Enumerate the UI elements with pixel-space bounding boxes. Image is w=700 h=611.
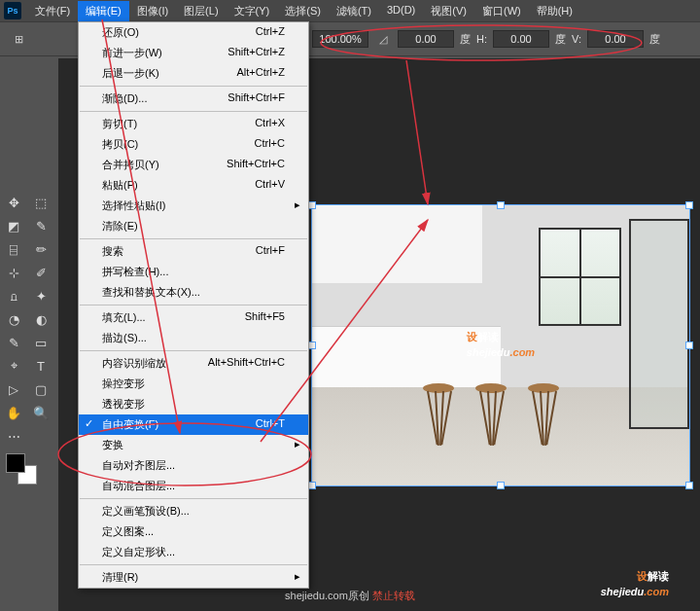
menu-entry-label: 剪切(T) <box>102 117 137 131</box>
footer-note: shejiedu.com原创 禁止转载 <box>285 589 415 603</box>
tool-9-1[interactable]: 🔍 <box>27 401 54 424</box>
menu-entry[interactable]: 定义自定形状... <box>79 542 308 562</box>
menu-entry-label: 定义图案... <box>102 524 154 539</box>
menu-entry[interactable]: 查找和替换文本(X)... <box>79 282 308 303</box>
menu-entry[interactable]: 内容识别缩放Alt+Shift+Ctrl+C <box>79 353 308 374</box>
tool-7-1[interactable]: T <box>27 354 54 377</box>
menu-entry[interactable]: 合并拷贝(Y)Shift+Ctrl+C <box>79 155 308 175</box>
tool-2-0[interactable]: ⌸ <box>0 237 27 261</box>
menu-entry[interactable]: 粘贴(P)Ctrl+V <box>79 175 308 196</box>
tool-8-0[interactable]: ▷ <box>0 377 27 401</box>
v-skew-input[interactable] <box>587 30 644 48</box>
menu-separator <box>80 498 307 499</box>
menu-separator <box>80 238 307 239</box>
watermark-bottom: 设解读 shejiedu.com <box>601 560 669 597</box>
menu-entry-label: 清理(R) <box>102 570 138 585</box>
menu-entry[interactable]: 定义画笔预设(B)... <box>79 501 308 521</box>
check-icon: ✓ <box>85 417 93 430</box>
foreground-swatch[interactable] <box>6 453 25 473</box>
menu-entry-shortcut: Shift+Ctrl+F <box>228 91 285 106</box>
tool-5-1[interactable]: ◐ <box>27 307 54 331</box>
menu-entry[interactable]: 拷贝(C)Ctrl+C <box>79 134 308 155</box>
menu-entry[interactable]: 透视变形 <box>79 394 308 414</box>
menu-entry-label: 操控变形 <box>102 377 145 391</box>
menu-item-9[interactable]: 窗口(W) <box>474 1 529 21</box>
h-percent-input[interactable] <box>312 30 368 48</box>
menu-entry-label: 拷贝(C) <box>102 137 138 152</box>
menu-entry[interactable]: 填充(L)...Shift+F5 <box>79 307 308 328</box>
tool-1-1[interactable]: ✎ <box>27 214 54 237</box>
menu-item-0[interactable]: 文件(F) <box>27 1 78 21</box>
menu-entry[interactable]: 操控变形 <box>79 374 308 394</box>
tool-4-0[interactable]: ⩍ <box>0 284 27 307</box>
tool-6-0[interactable]: ✎ <box>0 331 27 354</box>
menu-entry[interactable]: 清除(E) <box>79 216 308 236</box>
menu-item-2[interactable]: 图像(I) <box>129 1 176 21</box>
menu-entry[interactable]: 清理(R)▸ <box>79 567 308 588</box>
menu-entry-label: 内容识别缩放 <box>102 356 166 371</box>
submenu-arrow-icon: ▸ <box>295 570 300 583</box>
tool-2-1[interactable]: ✏ <box>27 237 54 261</box>
color-swatches[interactable] <box>0 448 54 486</box>
menu-entry-label: 透视变形 <box>102 397 145 412</box>
menu-item-10[interactable]: 帮助(H) <box>529 1 580 21</box>
menu-entry[interactable]: 选择性粘贴(I)▸ <box>79 196 308 216</box>
menu-entry[interactable]: 定义图案... <box>79 521 308 542</box>
menu-entry-shortcut: Ctrl+Z <box>256 25 285 40</box>
transform-handle-mr[interactable] <box>685 341 693 349</box>
menu-item-7[interactable]: 3D(D) <box>379 1 423 21</box>
menu-separator <box>80 350 307 351</box>
menu-item-5[interactable]: 选择(S) <box>277 1 329 21</box>
transform-ref-icon[interactable]: ⊞ <box>10 30 27 48</box>
tool-0-0[interactable]: ✥ <box>0 191 27 214</box>
tool-6-1[interactable]: ▭ <box>27 331 54 354</box>
tool-7-0[interactable]: ⌖ <box>0 354 27 377</box>
menu-entry[interactable]: 描边(S)... <box>79 328 308 348</box>
edit-menu-dropdown: 还原(O)Ctrl+Z前进一步(W)Shift+Ctrl+Z后退一步(K)Alt… <box>78 21 309 589</box>
tool-3-1[interactable]: ✐ <box>27 261 54 284</box>
tool-0-1[interactable]: ⬚ <box>27 191 54 214</box>
transform-handle-bc[interactable] <box>497 482 505 489</box>
transform-handle-ml[interactable] <box>308 341 316 349</box>
menu-item-1[interactable]: 编辑(E) <box>78 1 129 21</box>
transform-handle-tl[interactable] <box>308 201 316 209</box>
tool-10-0[interactable]: ⋯ <box>0 424 27 448</box>
transform-bounding-box[interactable]: 设解读 shejiedu.com <box>311 204 690 486</box>
transform-handle-tc[interactable] <box>497 201 505 209</box>
h2-label: H: <box>476 33 487 45</box>
menu-entry-shortcut: Shift+Ctrl+Z <box>228 46 285 60</box>
transform-handle-bl[interactable] <box>308 482 316 489</box>
menu-entry[interactable]: 变换▸ <box>79 435 308 455</box>
menu-entry[interactable]: 渐隐(D)...Shift+Ctrl+F <box>79 89 308 109</box>
tool-4-1[interactable]: ✦ <box>27 284 54 307</box>
menu-item-6[interactable]: 滤镜(T) <box>329 1 379 21</box>
menu-entry[interactable]: 自动对齐图层... <box>79 455 308 476</box>
menu-entry[interactable]: 自动混合图层... <box>79 476 308 496</box>
menu-entry[interactable]: ✓自由变换(F)Ctrl+T <box>79 414 308 435</box>
menu-entry[interactable]: 后退一步(K)Alt+Ctrl+Z <box>79 63 308 84</box>
menu-entry[interactable]: 前进一步(W)Shift+Ctrl+Z <box>79 43 308 63</box>
menu-bar: Ps 文件(F)编辑(E)图像(I)图层(L)文字(Y)选择(S)滤镜(T)3D… <box>0 0 700 21</box>
menu-entry-shortcut: Ctrl+V <box>255 178 285 193</box>
menu-entry-label: 搜索 <box>102 244 123 259</box>
menu-entry[interactable]: 拼写检查(H)... <box>79 262 308 282</box>
menu-item-4[interactable]: 文字(Y) <box>227 1 278 21</box>
transform-handle-tr[interactable] <box>685 201 693 209</box>
menu-entry[interactable]: 还原(O)Ctrl+Z <box>79 22 308 43</box>
menu-item-3[interactable]: 图层(L) <box>176 1 226 21</box>
menu-entry[interactable]: 剪切(T)Ctrl+X <box>79 114 308 134</box>
angle-input[interactable] <box>398 30 454 48</box>
submenu-arrow-icon: ▸ <box>295 198 300 211</box>
tool-1-0[interactable]: ◩ <box>0 214 27 237</box>
tool-9-0[interactable]: ✋ <box>0 401 27 424</box>
angle-unit: 度 <box>460 32 471 47</box>
tool-8-1[interactable]: ▢ <box>27 377 54 401</box>
tool-5-0[interactable]: ◔ <box>0 307 27 331</box>
menu-entry[interactable]: 搜索Ctrl+F <box>79 241 308 262</box>
tool-3-0[interactable]: ⊹ <box>0 261 27 284</box>
transform-handle-br[interactable] <box>685 482 693 489</box>
menu-item-8[interactable]: 视图(V) <box>423 1 474 21</box>
document-image: 设解读 shejiedu.com <box>312 205 689 485</box>
h-skew-input[interactable] <box>493 30 549 48</box>
menu-entry-label: 拼写检查(H)... <box>102 265 168 279</box>
